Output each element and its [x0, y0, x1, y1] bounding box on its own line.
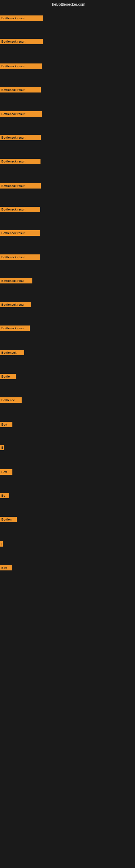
bar-label-16: Bottle [0, 374, 16, 379]
bar-row-9: Bottleneck result [0, 207, 40, 212]
bar-row-11: Bottleneck result [0, 254, 40, 260]
bar-row-22: Bottlen [0, 517, 17, 522]
bar-label-11: Bottleneck result [0, 254, 40, 260]
bar-row-15: Bottleneck [0, 350, 24, 355]
bar-row-23: | [0, 541, 3, 547]
bar-label-10: Bottleneck result [0, 230, 40, 236]
bar-label-12: Bottleneck resu [0, 278, 32, 283]
bar-row-10: Bottleneck result [0, 230, 40, 236]
bar-label-21: Bo [0, 493, 9, 498]
bar-label-1: Bottleneck result [0, 16, 43, 21]
bar-row-16: Bottle [0, 374, 16, 379]
bar-label-6: Bottleneck result [0, 135, 41, 140]
bar-label-19: B [0, 445, 4, 450]
bar-row-1: Bottleneck result [0, 16, 43, 21]
bar-row-18: Bott [0, 422, 12, 427]
bar-label-5: Bottleneck result [0, 111, 42, 117]
bar-label-2: Bottleneck result [0, 39, 43, 44]
bar-row-24: Bott [0, 565, 12, 570]
bar-label-13: Bottleneck resu [0, 302, 31, 307]
bar-row-12: Bottleneck resu [0, 278, 32, 283]
bar-row-20: Bott [0, 469, 12, 475]
bar-label-9: Bottleneck result [0, 207, 40, 212]
bar-label-22: Bottlen [0, 517, 17, 522]
bar-label-14: Bottleneck resu [0, 326, 30, 331]
bar-row-4: Bottleneck result [0, 87, 41, 93]
bar-row-3: Bottleneck result [0, 63, 42, 69]
bar-label-7: Bottleneck result [0, 159, 41, 164]
bar-row-2: Bottleneck result [0, 39, 43, 44]
bar-row-5: Bottleneck result [0, 111, 42, 117]
bar-label-3: Bottleneck result [0, 63, 42, 69]
bar-label-20: Bott [0, 469, 12, 475]
bar-label-15: Bottleneck [0, 350, 24, 355]
bar-label-17: Bottlenec [0, 397, 21, 403]
bar-row-21: Bo [0, 493, 9, 498]
bar-row-6: Bottleneck result [0, 135, 41, 140]
bar-row-17: Bottlenec [0, 397, 21, 403]
bar-label-8: Bottleneck result [0, 183, 41, 188]
bar-row-14: Bottleneck resu [0, 326, 30, 331]
bar-label-4: Bottleneck result [0, 87, 41, 93]
bar-row-19: B [0, 445, 4, 450]
bar-row-7: Bottleneck result [0, 159, 41, 164]
site-title: TheBottlenecker.com [0, 0, 135, 8]
bar-row-8: Bottleneck result [0, 183, 41, 188]
bar-row-13: Bottleneck resu [0, 302, 31, 307]
bar-label-24: Bott [0, 565, 12, 570]
bar-label-23: | [0, 541, 3, 547]
bar-label-18: Bott [0, 422, 12, 427]
